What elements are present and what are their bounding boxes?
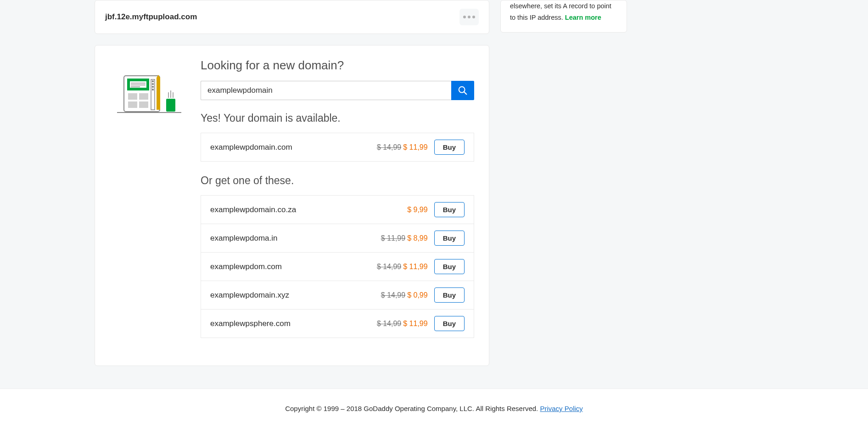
svg-rect-9 (128, 101, 137, 108)
domain-name: examplewpdoma.in (210, 234, 277, 243)
current-domain-card: jbf.12e.myftpupload.com (95, 0, 489, 34)
svg-rect-15 (152, 89, 154, 90)
domain-search-card: Looking for a new domain? Yes! Your doma… (95, 45, 489, 366)
learn-more-link[interactable]: Learn more (565, 14, 601, 21)
footer: Copyright © 1999 – 2018 GoDaddy Operatin… (0, 389, 868, 428)
domain-name: examplewpdom.com (210, 262, 282, 271)
buy-button[interactable]: Buy (434, 259, 465, 274)
domain-result-row: examplewpdom.com$ 14,99$ 11,99Buy (201, 252, 474, 281)
search-row (201, 81, 474, 100)
price-old: $ 14,99 (377, 143, 401, 152)
alternatives-group: examplewpdomain.co.za$ 9,99Buyexamplewpd… (201, 195, 474, 338)
price-old: $ 14,99 (381, 291, 405, 299)
search-icon (458, 85, 468, 96)
price-wrap: $ 11,99$ 8,99 (381, 234, 428, 242)
svg-rect-18 (166, 99, 175, 112)
domain-name: examplewpdomain.co.za (210, 205, 296, 214)
buy-button[interactable]: Buy (434, 202, 465, 217)
result-right: $ 14,99 $ 11,99 Buy (377, 140, 465, 155)
domain-result-row: examplewpdomain.com $ 14,99 $ 11,99 Buy (201, 133, 474, 162)
price-old: $ 14,99 (377, 263, 401, 271)
svg-line-23 (464, 92, 467, 95)
price-new: $ 8,99 (407, 234, 427, 242)
result-right: $ 9,99Buy (407, 202, 465, 217)
dot-icon (468, 16, 470, 18)
svg-rect-12 (152, 80, 154, 82)
svg-rect-8 (139, 93, 148, 100)
price-wrap: $ 9,99 (407, 206, 427, 214)
privacy-policy-link[interactable]: Privacy Policy (540, 405, 582, 412)
domain-name: examplewpsphere.com (210, 319, 291, 328)
svg-rect-14 (152, 86, 154, 88)
result-right: $ 14,99$ 0,99Buy (381, 287, 465, 303)
search-button[interactable] (451, 81, 474, 100)
dot-icon (472, 16, 475, 18)
buy-button[interactable]: Buy (434, 140, 465, 155)
domain-name: examplewpdomain.xyz (210, 291, 289, 300)
result-right: $ 11,99$ 8,99Buy (381, 231, 465, 246)
domain-result-row: examplewpdoma.in$ 11,99$ 8,99Buy (201, 224, 474, 253)
price-new: $ 11,99 (403, 320, 427, 328)
primary-result-group: examplewpdomain.com $ 14,99 $ 11,99 Buy (201, 133, 474, 162)
svg-rect-10 (139, 101, 148, 108)
price-old: $ 11,99 (381, 234, 405, 242)
buy-button[interactable]: Buy (434, 316, 465, 331)
price-new: $ 11,99 (403, 143, 427, 152)
info-card: elsewhere, set its A record to point to … (500, 0, 627, 33)
current-domain-text: jbf.12e.myftpupload.com (105, 12, 197, 22)
available-heading: Yes! Your domain is available. (201, 112, 474, 124)
domain-result-row: examplewpsphere.com$ 14,99$ 11,99Buy (201, 309, 474, 338)
price-new: $ 11,99 (403, 263, 427, 271)
price-old: $ 14,99 (377, 320, 401, 328)
price-wrap: $ 14,99$ 0,99 (381, 291, 428, 299)
price-wrap: $ 14,99 $ 11,99 (377, 143, 428, 152)
search-heading: Looking for a new domain? (201, 58, 474, 73)
buy-button[interactable]: Buy (434, 287, 465, 303)
price-wrap: $ 14,99$ 11,99 (377, 263, 428, 271)
price-wrap: $ 14,99$ 11,99 (377, 320, 428, 328)
domain-menu-button[interactable] (459, 9, 479, 25)
dot-icon (463, 16, 466, 18)
result-right: $ 14,99$ 11,99Buy (377, 259, 465, 274)
price-new: $ 9,99 (407, 206, 427, 214)
domain-result-row: examplewpdomain.xyz$ 14,99$ 0,99Buy (201, 281, 474, 310)
price-new: $ 0,99 (407, 291, 427, 299)
alternatives-heading: Or get one of these. (201, 175, 474, 187)
domain-search-input[interactable] (201, 81, 451, 100)
domain-result-row: examplewpdomain.co.za$ 9,99Buy (201, 195, 474, 224)
svg-rect-17 (157, 78, 160, 110)
domain-name: examplewpdomain.com (210, 143, 292, 152)
result-right: $ 14,99$ 11,99Buy (377, 316, 465, 331)
domain-illustration (108, 58, 186, 351)
buy-button[interactable]: Buy (434, 231, 465, 246)
svg-rect-13 (152, 83, 154, 85)
footer-text: Copyright © 1999 – 2018 GoDaddy Operatin… (285, 405, 540, 412)
svg-rect-7 (128, 93, 137, 100)
